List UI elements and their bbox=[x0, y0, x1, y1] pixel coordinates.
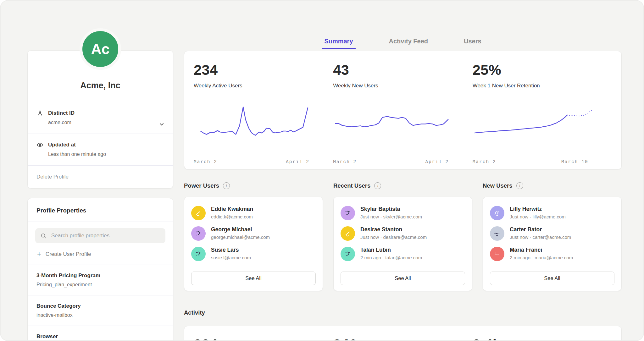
user-name: George Michael bbox=[211, 226, 270, 233]
x-tick-start: March 2 bbox=[473, 159, 496, 164]
tab-users[interactable]: Users bbox=[462, 38, 483, 49]
property-item: Bounce Category inactive-mailbox bbox=[28, 295, 173, 326]
power-users-section: Power Users i Eddie Kwakman eddie.k@acme… bbox=[184, 182, 323, 291]
profile-properties-card: Profile Properties + Create User Profile… bbox=[27, 198, 173, 341]
distinct-id-label: Distinct ID bbox=[48, 110, 75, 116]
sparkline-chart bbox=[473, 101, 598, 153]
info-icon[interactable]: i bbox=[223, 182, 230, 189]
divider bbox=[28, 222, 173, 222]
activity-card: 234 240 3.4k bbox=[184, 326, 622, 341]
user-row[interactable]: Skylar Baptista Just now · skyler@acme.c… bbox=[341, 206, 465, 220]
user-avatar bbox=[191, 206, 206, 220]
property-label: Bounce Category bbox=[36, 303, 164, 309]
section-title: Power Users bbox=[184, 182, 219, 189]
property-label: 3-Month Pricing Program bbox=[36, 272, 164, 279]
user-row[interactable]: Carter Bator Just now · carter@acme.com bbox=[490, 226, 614, 241]
stat-week1-retention: 25% Week 1 New User Retention March 2 Ma… bbox=[473, 62, 612, 164]
x-axis: March 2 April 2 bbox=[333, 159, 449, 164]
summary-stats-card: 234 Weekly Active Users March 2 April 2 … bbox=[184, 51, 622, 169]
user-row[interactable]: Talan Lubin 2 min ago · talan@acme.com bbox=[341, 247, 465, 261]
user-avatar bbox=[341, 247, 355, 261]
property-item: 3-Month Pricing Program Pricing_plan_exp… bbox=[28, 265, 173, 295]
user-row[interactable]: Susie Lars susie.l@acme.com bbox=[191, 247, 316, 261]
updated-at-label: Updated at bbox=[48, 142, 76, 148]
distinct-id-value: acme.com bbox=[48, 120, 164, 125]
stat-label: Weekly Active Users bbox=[194, 83, 333, 89]
stat-weekly-new-users: 43 Weekly New Users March 2 April 2 bbox=[333, 62, 472, 164]
eye-icon bbox=[36, 141, 43, 148]
updated-at-value: Less than one minute ago bbox=[48, 151, 164, 157]
user-name: Talan Lubin bbox=[360, 247, 422, 253]
info-icon[interactable]: i bbox=[374, 182, 381, 189]
property-label: Browser bbox=[36, 333, 164, 340]
see-all-button[interactable]: See All bbox=[490, 272, 614, 285]
user-name: Susie Lars bbox=[211, 247, 251, 253]
power-users-card: Eddie Kwakman eddie.k@acme.com George Mi… bbox=[184, 197, 323, 291]
app-frame: Ac Acme, Inc Distinct ID acme.com bbox=[0, 0, 644, 341]
user-name: Maria Franci bbox=[510, 247, 573, 253]
tab-summary[interactable]: Summary bbox=[322, 38, 355, 49]
stat-value: 240 bbox=[333, 336, 472, 341]
search-input[interactable] bbox=[51, 232, 160, 239]
user-name: Lilly Herwitz bbox=[510, 206, 566, 212]
org-avatar-initials: Ac bbox=[91, 41, 110, 58]
stat-weekly-active-users: 234 Weekly Active Users March 2 April 2 bbox=[194, 62, 333, 164]
see-all-button[interactable]: See All bbox=[341, 272, 465, 285]
user-row[interactable]: Maria Franci 2 min ago · maria@acme.com bbox=[490, 247, 614, 261]
x-tick-start: March 2 bbox=[194, 159, 217, 164]
stat-value: 43 bbox=[333, 62, 472, 78]
user-sections: Power Users i Eddie Kwakman eddie.k@acme… bbox=[184, 182, 622, 291]
tab-bar: Summary Activity Feed Users bbox=[184, 38, 622, 49]
search-profile-properties[interactable] bbox=[35, 228, 165, 243]
sparkline-chart bbox=[194, 101, 319, 153]
property-value: Pricing_plan_experiment bbox=[36, 282, 164, 288]
tab-activity-feed[interactable]: Activity Feed bbox=[387, 38, 430, 49]
activity-stat: 240 bbox=[333, 336, 472, 341]
info-icon[interactable]: i bbox=[516, 182, 523, 189]
user-avatar bbox=[341, 206, 355, 220]
user-avatar bbox=[191, 247, 206, 261]
updated-at-row: Updated at Less than one minute ago bbox=[28, 134, 173, 165]
profile-properties-title: Profile Properties bbox=[28, 198, 173, 222]
sparkline-chart bbox=[333, 101, 459, 153]
chevron-down-icon[interactable] bbox=[158, 121, 165, 129]
recent-users-section: Recent Users i Skylar Baptista Just now … bbox=[333, 182, 472, 291]
user-avatar bbox=[490, 226, 504, 241]
new-users-section: New Users i Lilly Herwitz Just now · lil… bbox=[483, 182, 622, 291]
delete-profile-button[interactable]: Delete Profile bbox=[28, 166, 173, 188]
property-item: Browser Chrome bbox=[28, 326, 173, 341]
x-tick-end: April 2 bbox=[425, 159, 449, 164]
plus-icon: + bbox=[37, 251, 41, 258]
user-name: Eddie Kwakman bbox=[211, 206, 253, 212]
recent-users-card: Skylar Baptista Just now · skyler@acme.c… bbox=[333, 197, 472, 291]
x-tick-end: April 2 bbox=[286, 159, 309, 164]
user-detail: 2 min ago · talan@acme.com bbox=[360, 255, 422, 260]
profile-card: Acme, Inc Distinct ID acme.com bbox=[27, 50, 173, 189]
user-row[interactable]: George Michael george.michael@acme.com bbox=[191, 226, 316, 241]
user-detail: susie.l@acme.com bbox=[211, 255, 251, 260]
create-user-profile-button[interactable]: + Create User Profile bbox=[28, 245, 173, 265]
user-name: Skylar Baptista bbox=[360, 206, 422, 212]
user-row[interactable]: Desirae Stanton Just now · desirare@acme… bbox=[341, 226, 465, 241]
property-value: inactive-mailbox bbox=[36, 312, 164, 318]
user-avatar bbox=[490, 206, 504, 220]
search-icon bbox=[40, 233, 47, 239]
user-row[interactable]: Lilly Herwitz Just now · lilly@acme.com bbox=[490, 206, 614, 220]
distinct-id-row[interactable]: Distinct ID acme.com bbox=[28, 102, 173, 134]
user-detail: 2 min ago · maria@acme.com bbox=[510, 255, 573, 260]
user-detail: george.michael@acme.com bbox=[211, 234, 270, 240]
user-avatar bbox=[490, 247, 504, 261]
stat-value: 234 bbox=[194, 62, 333, 78]
see-all-button[interactable]: See All bbox=[191, 272, 316, 285]
user-row[interactable]: Eddie Kwakman eddie.k@acme.com bbox=[191, 206, 316, 220]
user-detail: Just now · lilly@acme.com bbox=[510, 214, 566, 219]
section-title: New Users bbox=[483, 182, 513, 189]
x-tick-end: March 10 bbox=[561, 159, 588, 164]
activity-stat: 234 bbox=[194, 336, 333, 341]
new-users-card: Lilly Herwitz Just now · lilly@acme.com … bbox=[483, 197, 622, 291]
sidebar: Ac Acme, Inc Distinct ID acme.com bbox=[27, 1, 173, 341]
user-name: Carter Bator bbox=[510, 226, 571, 233]
org-avatar: Ac bbox=[80, 28, 121, 70]
stat-label: Week 1 New User Retention bbox=[473, 83, 612, 89]
x-axis: March 2 March 10 bbox=[473, 159, 588, 164]
